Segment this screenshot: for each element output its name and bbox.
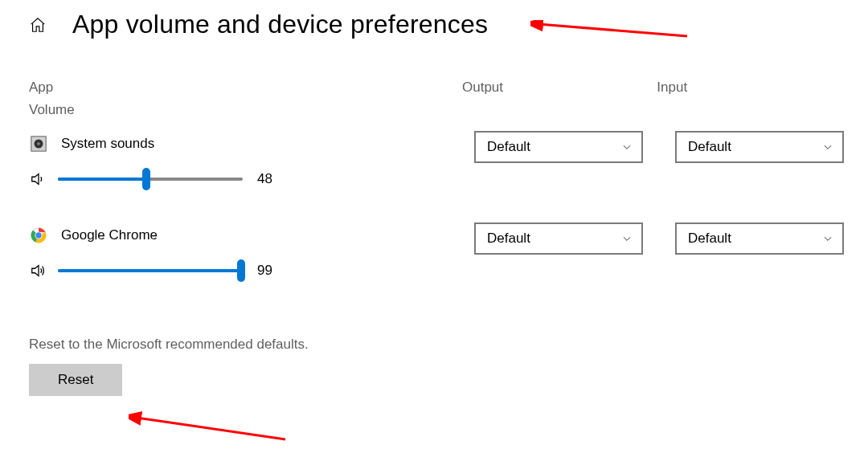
volume-slider[interactable] — [58, 269, 243, 272]
system-sounds-icon — [29, 134, 48, 153]
volume-label: Volume — [29, 102, 844, 118]
volume-value: 99 — [257, 263, 281, 279]
chrome-icon — [29, 226, 48, 245]
chevron-down-icon — [821, 232, 834, 245]
svg-point-5 — [35, 232, 41, 238]
chevron-down-icon — [620, 141, 633, 153]
home-icon[interactable] — [29, 16, 47, 34]
column-app-label: App — [29, 80, 53, 95]
reset-button[interactable]: Reset — [29, 364, 122, 396]
input-selected: Default — [688, 139, 731, 155]
output-selected: Default — [487, 139, 530, 155]
volume-value: 48 — [257, 171, 281, 187]
page-title: App volume and device preferences — [72, 10, 488, 39]
speaker-icon[interactable] — [29, 169, 48, 189]
svg-line-7 — [137, 418, 285, 439]
column-output-label: Output — [462, 80, 503, 95]
input-dropdown[interactable]: Default — [675, 131, 844, 163]
input-dropdown[interactable]: Default — [675, 222, 844, 255]
speaker-icon[interactable] — [29, 261, 48, 280]
chevron-down-icon — [620, 232, 633, 245]
app-row: Google Chrome 99 Default — [29, 222, 844, 304]
reset-description: Reset to the Microsoft recommended defau… — [29, 337, 844, 353]
column-input-label: Input — [657, 80, 687, 95]
input-selected: Default — [688, 231, 731, 247]
app-row: System sounds 48 Default — [29, 131, 844, 213]
output-dropdown[interactable]: Default — [474, 222, 643, 255]
app-name: Google Chrome — [61, 227, 158, 243]
app-name: System sounds — [61, 136, 154, 152]
output-selected: Default — [487, 231, 530, 247]
volume-slider[interactable] — [58, 178, 243, 181]
svg-point-2 — [37, 142, 40, 145]
chevron-down-icon — [821, 141, 834, 153]
output-dropdown[interactable]: Default — [474, 131, 643, 163]
